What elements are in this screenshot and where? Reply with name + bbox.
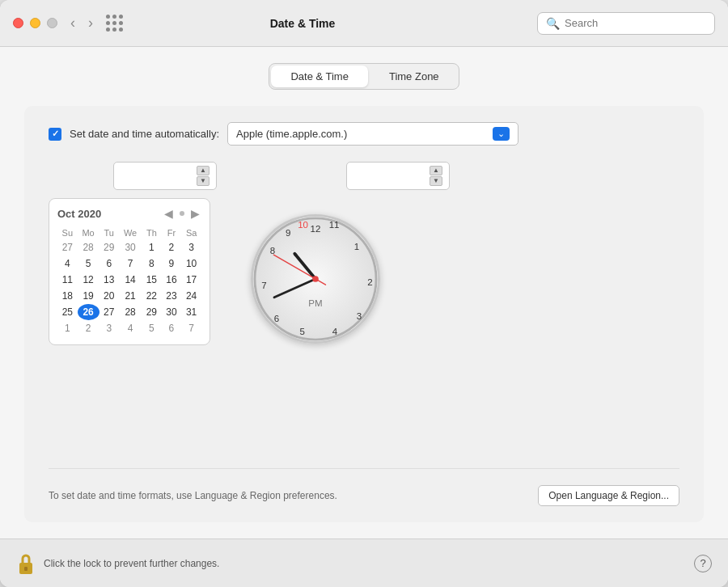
svg-text:1: 1 xyxy=(354,242,359,251)
day-header-sa: Sa xyxy=(181,226,201,239)
calendar-day[interactable]: 6 xyxy=(99,255,120,272)
calendar-nav: ◀ ▶ xyxy=(163,207,201,220)
calendar-prev[interactable]: ◀ xyxy=(163,207,175,220)
calendar-day[interactable]: 30 xyxy=(162,304,182,320)
time-stepper[interactable]: ▲ ▼ xyxy=(430,166,442,186)
svg-text:5: 5 xyxy=(299,327,304,336)
lock-label: Click the lock to prevent further change… xyxy=(44,558,219,569)
maximize-button[interactable] xyxy=(47,18,57,28)
analog-clock: 12 1 2 3 4 5 6 7 8 9 10 11 xyxy=(251,214,380,344)
calendar-day[interactable]: 2 xyxy=(78,320,99,336)
calendar-day[interactable]: 4 xyxy=(119,320,142,336)
open-language-button[interactable]: Open Language & Region... xyxy=(538,485,679,506)
date-increment[interactable]: ▲ xyxy=(197,166,210,175)
calendar-day[interactable]: 27 xyxy=(99,304,120,320)
calendar-day[interactable]: 12 xyxy=(78,272,99,288)
calendar-day[interactable]: 11 xyxy=(57,272,78,288)
footer-info: To set date and time formats, use Langua… xyxy=(49,468,679,506)
calendar-day[interactable]: 10 xyxy=(181,255,201,272)
calendar-day[interactable]: 4 xyxy=(57,255,78,272)
auto-set-checkbox[interactable]: ✓ xyxy=(49,128,61,141)
calendar-day[interactable]: 27 xyxy=(57,239,78,255)
tab-date-time[interactable]: Date & Time xyxy=(271,65,368,87)
svg-text:12: 12 xyxy=(311,224,321,234)
calendar-day[interactable]: 7 xyxy=(119,255,142,272)
day-header-fr: Fr xyxy=(162,226,182,239)
time-increment[interactable]: ▲ xyxy=(430,166,442,175)
calendar-body: 2728293012345678910111213141516171819202… xyxy=(57,239,201,336)
tab-time-zone[interactable]: Time Zone xyxy=(370,64,459,89)
date-input-box[interactable]: 10/26/2020 ▲ ▼ xyxy=(113,162,217,190)
calendar-week-row: 45678910 xyxy=(57,255,201,272)
svg-text:4: 4 xyxy=(332,327,338,336)
svg-text:2: 2 xyxy=(367,277,372,287)
date-decrement[interactable]: ▼ xyxy=(197,176,210,186)
calendar-day[interactable]: 24 xyxy=(181,288,201,304)
day-header-we: We xyxy=(119,226,142,239)
calendar-day[interactable]: 1 xyxy=(57,320,78,336)
date-field[interactable]: 10/26/2020 xyxy=(121,170,193,182)
cal-clock-row: Oct 2020 ◀ ▶ Su Mo Tu xyxy=(49,198,679,345)
day-header-th: Th xyxy=(142,226,162,239)
calendar-day[interactable]: 13 xyxy=(99,272,120,288)
calendar-day[interactable]: 28 xyxy=(78,239,99,255)
calendar-next[interactable]: ▶ xyxy=(189,207,201,220)
calendar-week-row: 25262728293031 xyxy=(57,304,201,320)
time-field[interactable]: 3:41:50 PM xyxy=(353,170,426,182)
help-button[interactable]: ? xyxy=(694,555,712,572)
calendar-day[interactable]: 25 xyxy=(57,304,78,320)
minimize-button[interactable] xyxy=(30,18,40,28)
chevron-down-icon: ⌄ xyxy=(493,127,510,141)
traffic-lights xyxy=(13,18,57,28)
calendar-day[interactable]: 9 xyxy=(162,255,182,272)
server-select[interactable]: Apple (time.apple.com.) ⌄ xyxy=(227,122,518,146)
calendar-day[interactable]: 16 xyxy=(162,272,182,288)
date-section: 10/26/2020 ▲ ▼ xyxy=(113,162,217,190)
calendar-day[interactable]: 26 xyxy=(78,304,99,320)
calendar-day[interactable]: 8 xyxy=(142,255,162,272)
bottom-bar: Click the lock to prevent further change… xyxy=(0,538,728,587)
calendar-day[interactable]: 28 xyxy=(119,304,142,320)
format-info-text: To set date and time formats, use Langua… xyxy=(49,490,337,501)
calendar-day[interactable]: 18 xyxy=(57,288,78,304)
datetime-inputs-row: 10/26/2020 ▲ ▼ 3:41:50 PM ▲ ▼ xyxy=(49,162,679,190)
calendar-day[interactable]: 7 xyxy=(181,320,201,336)
server-select-value: Apple (time.apple.com.) xyxy=(236,128,347,140)
tab-bar: Date & Time Time Zone xyxy=(269,63,459,90)
calendar-day[interactable]: 3 xyxy=(181,239,201,255)
time-input-box[interactable]: 3:41:50 PM ▲ ▼ xyxy=(346,162,450,190)
close-button[interactable] xyxy=(13,18,23,28)
calendar-day[interactable]: 29 xyxy=(142,304,162,320)
search-input[interactable] xyxy=(565,17,706,29)
calendar-day[interactable]: 31 xyxy=(181,304,201,320)
calendar-day[interactable]: 17 xyxy=(181,272,201,288)
time-decrement[interactable]: ▼ xyxy=(430,176,442,186)
calendar-day[interactable]: 6 xyxy=(162,320,182,336)
calendar-day[interactable]: 5 xyxy=(142,320,162,336)
auto-set-row: ✓ Set date and time automatically: Apple… xyxy=(49,122,679,146)
titlebar: ‹ › Date & Time 🔍 xyxy=(0,0,728,47)
calendar-day[interactable]: 22 xyxy=(142,288,162,304)
calendar-day[interactable]: 15 xyxy=(142,272,162,288)
calendar-header: Oct 2020 ◀ ▶ xyxy=(57,207,201,220)
content-area: Date & Time Time Zone ✓ Set date and tim… xyxy=(0,47,728,538)
calendar-day[interactable]: 19 xyxy=(78,288,99,304)
search-box[interactable]: 🔍 xyxy=(537,12,715,35)
calendar-day[interactable]: 29 xyxy=(99,239,120,255)
calendar-today-dot xyxy=(180,211,184,216)
calendar-day[interactable]: 20 xyxy=(99,288,120,304)
date-stepper[interactable]: ▲ ▼ xyxy=(197,166,210,186)
calendar-day[interactable]: 30 xyxy=(119,239,142,255)
calendar-day[interactable]: 3 xyxy=(99,320,120,336)
time-section: 3:41:50 PM ▲ ▼ xyxy=(346,162,450,190)
calendar-day[interactable]: 1 xyxy=(142,239,162,255)
calendar-day[interactable]: 14 xyxy=(119,272,142,288)
calendar-week-row: 11121314151617 xyxy=(57,272,201,288)
calendar-day[interactable]: 2 xyxy=(162,239,182,255)
day-header-mo: Mo xyxy=(78,226,99,239)
lock-icon[interactable] xyxy=(16,552,36,575)
checkmark-icon: ✓ xyxy=(52,129,59,139)
calendar-day[interactable]: 23 xyxy=(162,288,182,304)
calendar-day[interactable]: 5 xyxy=(78,255,99,272)
calendar-day[interactable]: 21 xyxy=(119,288,142,304)
